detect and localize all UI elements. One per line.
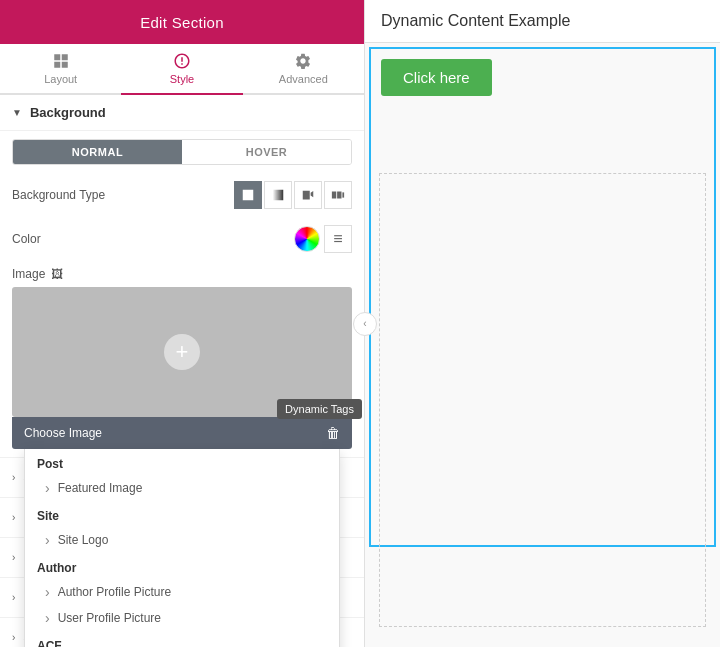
state-tabs: NORMAL HOVER: [12, 139, 352, 165]
bg-type-gradient-btn[interactable]: [264, 181, 292, 209]
collapse-panel-btn[interactable]: ‹: [353, 312, 377, 336]
bg-type-solid-btn[interactable]: [234, 181, 262, 209]
color-swatch[interactable]: [294, 226, 320, 252]
tab-style[interactable]: Style: [121, 44, 242, 95]
svg-rect-1: [332, 192, 336, 199]
color-list-btn[interactable]: ≡: [324, 225, 352, 253]
tab-advanced[interactable]: Advanced: [243, 44, 364, 95]
dashed-content-box: [379, 173, 706, 627]
color-row: Color ≡: [0, 217, 364, 261]
panel-header: Edit Section: [0, 0, 364, 44]
color-label: Color: [12, 232, 41, 246]
right-panel-header: Dynamic Content Example: [365, 0, 720, 43]
left-panel: Edit Section Layout Style Advanced ▼ Bac…: [0, 0, 365, 647]
svg-rect-3: [342, 192, 344, 197]
trash-icon[interactable]: 🗑: [326, 425, 340, 441]
dropdown-group-post: Post: [25, 449, 339, 475]
panel-tabs: Layout Style Advanced: [0, 44, 364, 95]
dynamic-tags-tooltip: Dynamic Tags: [277, 399, 362, 419]
panel-title: Edit Section: [140, 14, 224, 31]
dropdown-group-acf: ACF: [25, 631, 339, 647]
chevron-icon: ▼: [12, 107, 22, 118]
state-tab-normal[interactable]: NORMAL: [13, 140, 182, 164]
svg-rect-2: [337, 192, 341, 199]
image-label: Image: [12, 267, 45, 281]
background-type-buttons: [234, 181, 352, 209]
tab-layout[interactable]: Layout: [0, 44, 121, 95]
add-image-btn[interactable]: +: [164, 334, 200, 370]
dropdown-item-site-logo[interactable]: Site Logo: [25, 527, 339, 553]
arrow-icon: ›: [12, 472, 15, 483]
arrow-icon: ›: [12, 632, 15, 643]
background-type-row: Background Type: [0, 173, 364, 217]
arrow-icon: ›: [12, 592, 15, 603]
arrow-icon: ›: [12, 512, 15, 523]
bg-type-video-btn[interactable]: [294, 181, 322, 209]
dropdown-group-author: Author: [25, 553, 339, 579]
image-label-row: Image 🖼: [0, 261, 364, 287]
dropdown-item-featured-image[interactable]: Featured Image: [25, 475, 339, 501]
bg-type-slideshow-btn[interactable]: [324, 181, 352, 209]
click-here-button[interactable]: Click here: [381, 59, 492, 96]
right-panel-title: Dynamic Content Example: [381, 12, 570, 29]
panel-content: ▼ Background NORMAL HOVER Background Typ…: [0, 95, 364, 647]
state-tab-hover[interactable]: HOVER: [182, 140, 351, 164]
right-panel-content: Click here: [365, 43, 720, 647]
image-icon: 🖼: [51, 267, 63, 281]
choose-image-bar[interactable]: Choose Image 🗑 Post Featured Image Site …: [12, 417, 352, 449]
dynamic-dropdown: Post Featured Image Site Site Logo Autho…: [24, 449, 340, 647]
svg-rect-0: [273, 190, 284, 201]
dropdown-item-author-profile[interactable]: Author Profile Picture: [25, 579, 339, 605]
right-panel: Dynamic Content Example Click here: [365, 0, 720, 647]
background-section-heading[interactable]: ▼ Background: [0, 95, 364, 131]
arrow-icon: ›: [12, 552, 15, 563]
dropdown-item-user-profile[interactable]: User Profile Picture: [25, 605, 339, 631]
image-preview[interactable]: + Dynamic Tags: [12, 287, 352, 417]
dropdown-group-site: Site: [25, 501, 339, 527]
background-type-label: Background Type: [12, 188, 105, 202]
